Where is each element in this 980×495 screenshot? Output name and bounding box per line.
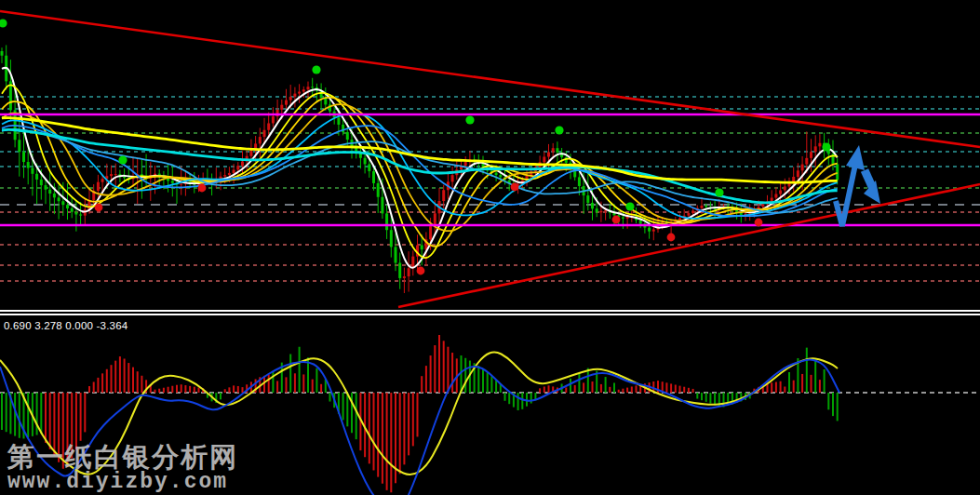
price-chart-canvas[interactable] [0, 0, 980, 310]
buy-signal-dot [118, 155, 127, 164]
trendline [0, 11, 980, 147]
macd-values-label: 0.690 3.278 0.000 -3.364 [4, 320, 128, 331]
sell-signal-dot [95, 204, 103, 212]
sell-signal-dot [417, 267, 425, 275]
trading-chart-window: 0.690 3.278 0.000 -3.364 第一纸白银分析网 www.di… [0, 0, 980, 495]
sell-signal-dot [755, 219, 763, 227]
sell-signal-dot [198, 184, 207, 193]
watermark-site-url: www.diyizby.com [7, 471, 238, 493]
sell-signal-dot [511, 183, 519, 192]
blue-zigzag-arrow [836, 145, 880, 226]
buy-signal-dot [312, 65, 320, 74]
ma-line-144 [2, 118, 838, 182]
buy-signal-dot [625, 202, 634, 210]
buy-signal-dot [0, 19, 7, 27]
sell-signal-dot [612, 216, 621, 224]
trendline [398, 184, 980, 307]
buy-signal-dot [822, 142, 830, 151]
sell-signal-dot [667, 234, 676, 242]
buy-signal-dot [555, 126, 563, 134]
watermark-site-name: 第一纸白银分析网 [7, 443, 238, 471]
panel-separator-line [0, 310, 980, 312]
buy-signal-dot [465, 115, 474, 124]
watermark: 第一纸白银分析网 www.diyizby.com [7, 443, 238, 494]
buy-signal-dot [715, 188, 723, 196]
moving-average-lines [2, 68, 838, 268]
panel-separator-line [0, 314, 980, 315]
